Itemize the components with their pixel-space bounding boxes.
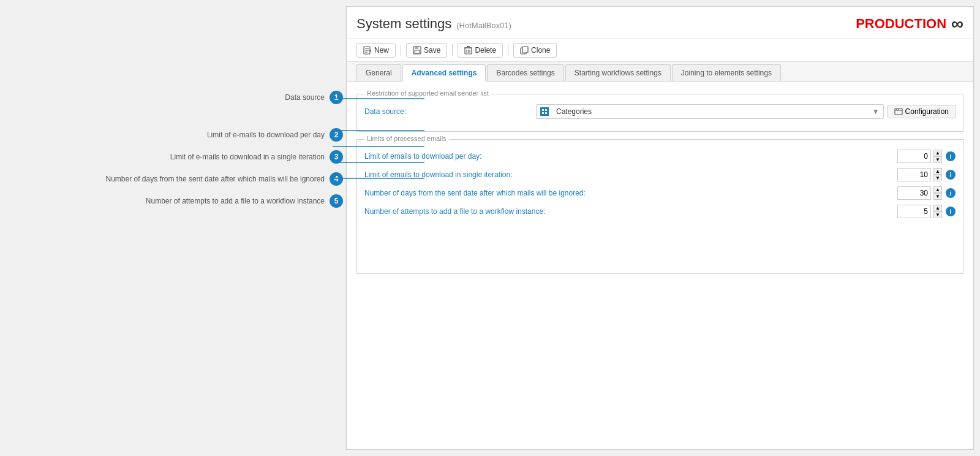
annotation-text-4: Number of days from the sent date after … [106,175,325,183]
annotation-badge-5: 5 [330,194,343,208]
days-ignored-input[interactable] [897,186,931,200]
annotation-badge-4: 4 [330,172,343,186]
page-subtitle: (HotMailBox01) [456,21,511,30]
production-badge: PRODUCTION ∞ [856,14,963,34]
svg-rect-10 [415,47,418,49]
tab-general[interactable]: General [356,64,401,81]
datasource-label: Data source: [364,107,536,116]
toolbar-separator-2 [452,44,453,56]
limit-single-iter-label: Limit of emails to download in single it… [364,170,536,179]
limit-single-iter-up[interactable]: ▲ [933,168,942,175]
workflow-attempts-up[interactable]: ▲ [933,205,942,211]
annotation-badge-3: 3 [330,150,343,164]
datasource-row: Data source: Categories ▼ [364,104,956,119]
tab-joining[interactable]: Joining to elements settings [672,64,781,81]
days-ignored-spinner: ▲ ▼ [933,186,942,200]
limits-section: Limits of processed emails Limit of emai… [356,139,963,274]
tab-content: Restriction of supported email sender li… [347,82,973,289]
svg-rect-22 [542,112,544,114]
save-icon [413,46,421,55]
save-button[interactable]: Save [406,43,447,58]
days-ignored-input-wrap: ▲ ▼ [897,186,942,200]
limit-single-iter-down[interactable]: ▼ [933,175,942,181]
days-ignored-label: Number of days from the sent date after … [364,189,586,197]
datasource-dropdown[interactable]: Categories ▼ [536,104,884,119]
days-ignored-down[interactable]: ▼ [933,193,942,200]
annotation-badge-1: 1 [330,91,343,104]
main-panel: System settings (HotMailBox01) PRODUCTIO… [346,6,974,450]
svg-point-27 [898,109,899,110]
tab-starting-workflows[interactable]: Starting workflows settings [565,64,671,81]
categories-icon [540,107,549,116]
limit-per-day-down[interactable]: ▼ [933,156,942,163]
limit-per-day-input[interactable] [897,150,931,163]
configuration-button[interactable]: Configuration [888,105,956,118]
config-icon [894,107,903,116]
page-header: System settings (HotMailBox01) PRODUCTIO… [347,7,973,39]
svg-rect-23 [545,112,547,114]
limit-single-iter-info[interactable]: i [946,170,956,180]
workflow-attempts-spinner: ▲ ▼ [933,205,942,218]
limit-per-day-row: Limit of emails to download per day: ▲ ▼… [364,150,956,163]
toolbar-separator-3 [508,44,508,56]
page-title: System settings [356,16,451,32]
svg-rect-19 [522,47,528,53]
annotation-text-1: Data source [285,93,325,102]
infinity-icon: ∞ [951,14,963,34]
svg-point-26 [896,109,897,110]
limits-legend: Limits of processed emails [364,135,449,142]
new-button[interactable]: New [356,43,396,58]
restriction-legend: Restriction of supported email sender li… [364,89,491,97]
tab-advanced[interactable]: Advanced settings [402,64,486,82]
restriction-section: Restriction of supported email sender li… [356,94,963,132]
days-ignored-info[interactable]: i [946,188,956,198]
limit-single-iter-row: Limit of emails to download in single it… [364,168,956,181]
limit-single-iter-input[interactable] [897,168,931,181]
workflow-attempts-row: Number of attempts to add a file to a wo… [364,205,956,218]
limit-per-day-label: Limit of emails to download per day: [364,152,536,161]
delete-button[interactable]: Delete [458,43,503,58]
days-ignored-row: Number of days from the sent date after … [364,186,956,200]
clone-button[interactable]: Clone [513,43,557,58]
dropdown-arrow-icon: ▼ [872,107,880,116]
annotation-text-2: Limit of e-mails to download per day [207,131,325,139]
workflow-attempts-info[interactable]: i [946,207,956,216]
limit-single-iter-input-wrap: ▲ ▼ [897,168,942,181]
tabs-bar: General Advanced settings Barcodes setti… [347,62,973,82]
toolbar: New Save [347,39,973,62]
delete-icon [464,46,472,55]
new-icon [363,46,372,55]
annotation-badge-2: 2 [330,128,343,142]
limit-single-iter-spinner: ▲ ▼ [933,168,942,181]
clone-icon [520,46,529,55]
limit-per-day-up[interactable]: ▲ [933,150,942,156]
tab-barcodes[interactable]: Barcodes settings [487,64,564,81]
days-ignored-up[interactable]: ▲ [933,186,942,193]
limit-per-day-spinner: ▲ ▼ [933,150,942,163]
limit-per-day-input-wrap: ▲ ▼ [897,150,942,163]
toolbar-separator-1 [401,44,401,56]
annotation-text-5: Number of attempts to add a file to a wo… [146,197,325,205]
svg-rect-21 [545,109,547,111]
workflow-attempts-label: Number of attempts to add a file to a wo… [364,207,545,216]
svg-rect-11 [415,50,420,53]
svg-rect-20 [542,109,544,111]
workflow-attempts-down[interactable]: ▼ [933,211,942,218]
annotation-text-3: Limit of e-mails to download in a single… [170,153,325,161]
limit-per-day-info[interactable]: i [946,151,956,161]
workflow-attempts-input-wrap: ▲ ▼ [897,205,942,218]
datasource-value: Categories [556,107,592,116]
workflow-attempts-input[interactable] [897,205,931,218]
